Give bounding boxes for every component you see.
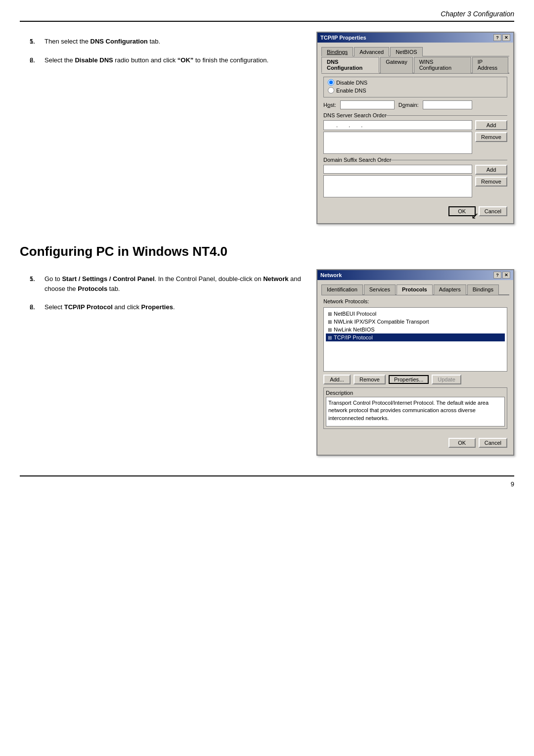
- network-properties-button[interactable]: Properties...: [389, 375, 429, 384]
- protocol-tcpip[interactable]: ⊞ TCP/IP Protocol: [326, 333, 505, 341]
- top-instructions: 5. Then select the DNS Configuration tab…: [20, 32, 302, 224]
- tab-adapters[interactable]: Adapters: [434, 284, 466, 295]
- domain-suffix-section-label: Domain Suffix Search Order: [323, 157, 507, 163]
- tab-protocols[interactable]: Protocols: [397, 284, 433, 295]
- network-add-button[interactable]: Add...: [323, 375, 351, 384]
- network-update-button[interactable]: Update: [432, 375, 461, 384]
- tcp-ok-button[interactable]: OK ↙: [448, 206, 476, 216]
- network-cancel-button[interactable]: Cancel: [479, 438, 507, 448]
- page: Chapter 3 Configuration 5. Then select t…: [0, 0, 534, 756]
- suffix-add-button[interactable]: Add: [475, 165, 507, 175]
- bottom-instruction-1: 1. Go to Start / Settings / Control Pane…: [30, 274, 302, 293]
- tcp-dialog-area: TCP/IP Properties ? ✕ Bindings Advanced …: [316, 32, 514, 224]
- tab-ip-address[interactable]: IP Address: [472, 57, 508, 73]
- disable-dns-input[interactable]: [328, 79, 334, 86]
- ip-seg4[interactable]: [362, 122, 373, 128]
- bottom-instruction-2: 2. Select TCP/IP Protocol and click Prop…: [30, 302, 302, 312]
- tab-gateway[interactable]: Gateway: [380, 57, 412, 73]
- domain-suffix-buttons: Add Remove: [475, 165, 507, 197]
- dns-config-content: Disable DNS Enable DNS Host: Domain:: [321, 74, 509, 219]
- radio-group: Disable DNS Enable DNS: [323, 77, 507, 97]
- tab-services[interactable]: Services: [364, 284, 396, 295]
- tcp-dialog-title: TCP/IP Properties: [320, 35, 366, 41]
- tab-identification[interactable]: Identification: [321, 284, 363, 295]
- domain-input[interactable]: [423, 100, 472, 109]
- description-box: Description Transport Control Protocol/I…: [323, 387, 507, 429]
- ip-seg2[interactable]: [338, 122, 349, 128]
- domain-suffix-search-area: Add Remove: [323, 165, 507, 197]
- help-button[interactable]: ?: [493, 34, 501, 41]
- protocol-nwlink-netbios-label: NwLink NetBIOS: [334, 327, 375, 332]
- close-button[interactable]: ✕: [502, 34, 510, 41]
- section-heading: Configuring PC in Windows NT4.0: [20, 244, 514, 259]
- disable-dns-radio[interactable]: Disable DNS: [328, 79, 503, 86]
- bottom-instruction-list: 1. Go to Start / Settings / Control Pane…: [20, 274, 302, 312]
- protocol-list[interactable]: ⊞ NetBEUI Protocol ⊞ NWLink IPX/SPX Comp…: [323, 307, 507, 372]
- network-add-label: Add...: [330, 377, 344, 382]
- protocol-nwlink-ipx-label: NWLink IPX/SPX Compatible Transport: [334, 319, 429, 325]
- protocols-content: Network Protocols: ⊞ NetBEUI Protocol ⊞ …: [321, 295, 509, 451]
- tcp-ip-dialog: TCP/IP Properties ? ✕ Bindings Advanced …: [316, 32, 514, 224]
- domain-suffix-input[interactable]: [323, 165, 472, 174]
- bottom-section: 1. Go to Start / Settings / Control Pane…: [20, 269, 514, 456]
- ip-seg3[interactable]: [350, 122, 361, 128]
- network-help-button[interactable]: ?: [493, 272, 501, 279]
- nwlink-ipx-icon: ⊞: [328, 319, 332, 325]
- protocol-netbeui[interactable]: ⊞ NetBEUI Protocol: [326, 310, 505, 318]
- tab-bindings[interactable]: Bindings: [467, 284, 499, 295]
- disable-dns-label: Disable DNS: [336, 80, 367, 86]
- domain-suffix-list-area: [323, 165, 472, 197]
- tab-row-2: DNS Configuration Gateway WINS Configura…: [321, 56, 509, 74]
- dns-add-button[interactable]: Add: [475, 120, 507, 130]
- dns-server-list-area: . . .: [323, 120, 472, 154]
- top-section: 5. Then select the DNS Configuration tab…: [20, 32, 514, 224]
- network-dialog-titlebar: Network ? ✕: [317, 270, 513, 280]
- description-content: Transport Control Protocol/Internet Prot…: [326, 397, 505, 426]
- network-ok-button[interactable]: OK: [448, 438, 476, 448]
- tcp-cancel-button[interactable]: Cancel: [479, 206, 507, 216]
- tab-wins-configuration[interactable]: WINS Configuration: [414, 57, 471, 73]
- description-text: Transport Control Protocol/Internet Prot…: [328, 400, 489, 421]
- tcp-dialog-body: Bindings Advanced NetBIOS DNS Configurat…: [317, 43, 513, 223]
- tcp-dialog-titlebar: TCP/IP Properties ? ✕: [317, 33, 513, 43]
- enable-dns-radio[interactable]: Enable DNS: [328, 87, 503, 94]
- tab-row-1: Bindings Advanced NetBIOS: [321, 47, 509, 56]
- network-properties-label: Properties...: [394, 377, 423, 382]
- instruction-5: 5. Then select the DNS Configuration tab…: [30, 37, 302, 47]
- description-title: Description: [326, 390, 505, 396]
- tab-advanced[interactable]: Advanced: [354, 47, 389, 56]
- domain-label: Domain:: [399, 102, 419, 108]
- network-btn-row: Add... Remove Properties... Update: [323, 375, 507, 384]
- protocol-netbeui-label: NetBEUI Protocol: [334, 311, 376, 317]
- network-close-button[interactable]: ✕: [502, 272, 510, 279]
- dns-server-listbox[interactable]: [323, 132, 472, 154]
- dns-server-buttons: Add Remove: [475, 120, 507, 154]
- network-remove-label: Remove: [359, 377, 380, 382]
- suffix-remove-button[interactable]: Remove: [475, 177, 507, 187]
- host-input[interactable]: [340, 100, 395, 109]
- instruction-list: 5. Then select the DNS Configuration tab…: [20, 37, 302, 65]
- bottom-instructions: 1. Go to Start / Settings / Control Pane…: [20, 269, 302, 456]
- bottom-rule: [20, 475, 514, 476]
- nwlink-netbios-icon: ⊞: [328, 327, 332, 332]
- ip-input-row: . . .: [323, 120, 472, 130]
- protocol-nwlink-ipx[interactable]: ⊞ NWLink IPX/SPX Compatible Transport: [326, 318, 505, 326]
- tcpip-icon: ⊞: [328, 335, 332, 340]
- enable-dns-input[interactable]: [328, 87, 334, 94]
- tcp-dialog-btn-row: OK ↙ Cancel: [323, 202, 507, 216]
- network-dialog-title: Network: [320, 272, 342, 278]
- ip-seg1[interactable]: [325, 122, 336, 128]
- netbeui-icon: ⊞: [328, 311, 332, 317]
- network-tabs: Identification Services Protocols Adapte…: [321, 284, 509, 295]
- domain-suffix-listbox[interactable]: [323, 175, 472, 197]
- network-remove-button[interactable]: Remove: [354, 375, 386, 384]
- tab-netbios[interactable]: NetBIOS: [390, 47, 422, 56]
- tab-dns-configuration[interactable]: DNS Configuration: [321, 57, 379, 73]
- tab-bindings[interactable]: Bindings: [321, 47, 353, 56]
- titlebar-controls: ? ✕: [493, 34, 510, 41]
- host-label: Host:: [323, 102, 336, 108]
- protocol-nwlink-netbios[interactable]: ⊞ NwLink NetBIOS: [326, 326, 505, 333]
- dns-remove-button[interactable]: Remove: [475, 132, 507, 142]
- network-dialog-btn-row: OK Cancel: [323, 434, 507, 448]
- network-dialog-body: Identification Services Protocols Adapte…: [317, 280, 513, 455]
